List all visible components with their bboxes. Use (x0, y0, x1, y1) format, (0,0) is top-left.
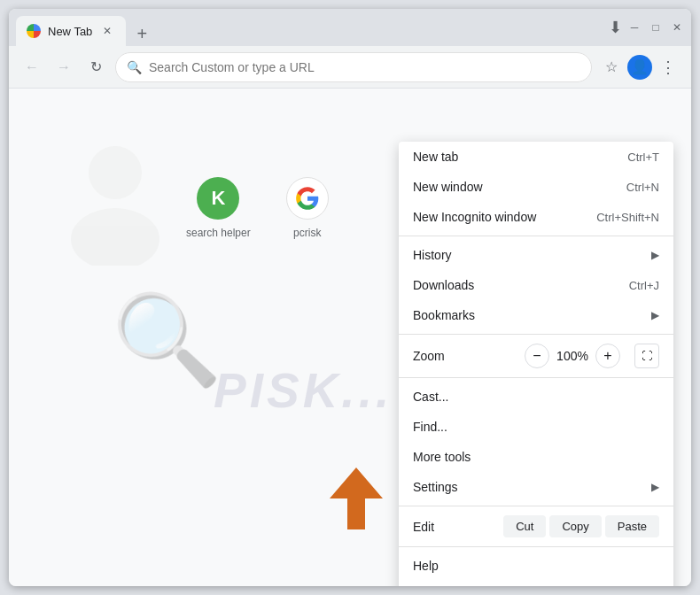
search-icon: 🔍 (127, 60, 142, 74)
new-tab-button[interactable]: + (129, 21, 154, 46)
back-button[interactable]: ← (19, 55, 44, 80)
edit-row: Edit Cut Copy Paste (399, 510, 673, 543)
menu-shortcut-new-tab: Ctrl+T (627, 151, 659, 164)
zoom-plus-button[interactable]: + (595, 344, 620, 368)
menu-item-cast[interactable]: Find... (399, 412, 673, 442)
menu-label-downloads: Downloads (413, 278, 474, 292)
menu-item-more-tools[interactable]: Settings ▶ (399, 472, 673, 502)
minimize-button[interactable]: ─ (627, 20, 642, 35)
zoom-controls: − 100% + (525, 344, 620, 368)
menu-label-new-window: New window (413, 180, 483, 194)
browser-window: New Tab ✕ + ⬇ ─ □ ✕ ← → ↻ 🔍 ☆ 👤 ⋮ (9, 9, 691, 586)
shortcut-icon-google (286, 177, 329, 220)
menu-item-new-tab[interactable]: New tab Ctrl+T (399, 142, 673, 172)
profile-avatar: 👤 (631, 58, 649, 75)
window-controls: ─ □ ✕ (627, 20, 684, 35)
menu-item-help[interactable]: Exit ▶ (399, 581, 673, 586)
shortcut-icon-k: K (197, 177, 239, 220)
magnifier-watermark: 🔍 (112, 288, 222, 392)
edit-label: Edit (413, 520, 500, 534)
shortcut-search-helper[interactable]: K search helper (186, 177, 251, 239)
menu-item-bookmarks[interactable]: Bookmarks ▶ (399, 300, 673, 330)
menu-label-more-tools: Settings (413, 480, 458, 494)
separator-3 (399, 377, 673, 378)
separator-2 (399, 334, 673, 335)
address-input[interactable] (149, 60, 580, 74)
menu-shortcut-new-window: Ctrl+N (626, 181, 659, 194)
tab-favicon (27, 24, 41, 38)
zoom-minus-button[interactable]: − (525, 344, 549, 368)
context-menu: New tab Ctrl+T New window Ctrl+N New Inc… (399, 142, 673, 586)
shortcuts-container: K search helper pcrisk (186, 177, 329, 239)
svg-point-1 (71, 208, 159, 266)
copy-button[interactable]: Copy (549, 515, 601, 537)
svg-point-0 (89, 146, 142, 199)
menu-label-settings: Help (413, 559, 439, 573)
separator-1 (399, 236, 673, 236)
menu-item-find[interactable]: More tools (399, 442, 673, 472)
tab-close-button[interactable]: ✕ (99, 23, 115, 39)
menu-label-find: More tools (413, 450, 471, 464)
maximize-button[interactable]: □ (649, 20, 663, 35)
close-button[interactable]: ✕ (670, 20, 684, 35)
menu-label-cast: Find... (413, 420, 447, 434)
chrome-menu-button[interactable]: ⋮ (656, 55, 681, 80)
address-bar[interactable]: 🔍 (115, 52, 592, 82)
active-tab[interactable]: New Tab ✕ (16, 16, 126, 46)
menu-item-settings[interactable]: Help (399, 551, 673, 581)
menu-label-bookmarks: Bookmarks (413, 308, 475, 322)
menu-label-history: History (413, 248, 452, 262)
zoom-fullscreen-button[interactable]: ⛶ (634, 344, 659, 368)
content-area: 🔍 PISK... K search helper pcri (9, 89, 691, 586)
toolbar-right: ☆ 👤 ⋮ (599, 55, 681, 80)
menu-item-history[interactable]: History ▶ (399, 240, 673, 270)
download-icon[interactable]: ⬇ (603, 15, 627, 40)
cut-button[interactable]: Cut (503, 515, 546, 537)
arrow-svg (321, 454, 401, 534)
menu-item-new-incognito[interactable]: New Incognito window Ctrl+Shift+N (399, 202, 673, 232)
menu-item-downloads[interactable]: Downloads Ctrl+J (399, 270, 673, 300)
zoom-row: Zoom − 100% + ⛶ (399, 338, 673, 374)
paste-button[interactable]: Paste (605, 515, 659, 537)
toolbar: ← → ↻ 🔍 ☆ 👤 ⋮ (9, 46, 691, 89)
menu-item-new-window[interactable]: New window Ctrl+N (399, 172, 673, 202)
menu-shortcut-new-incognito: Ctrl+Shift+N (596, 211, 659, 224)
shortcut-label-search-helper: search helper (186, 227, 251, 239)
tab-title: New Tab (48, 25, 92, 38)
menu-shortcut-downloads: Ctrl+J (629, 279, 659, 292)
zoom-label: Zoom (413, 349, 517, 363)
bookmark-icon[interactable]: ☆ (599, 55, 624, 80)
menu-label-new-tab: New tab (413, 150, 458, 164)
zoom-value: 100% (555, 349, 590, 363)
shortcut-label-pcrisk: pcrisk (293, 227, 321, 239)
svg-marker-2 (330, 468, 383, 529)
profile-button[interactable]: 👤 (627, 55, 652, 80)
silhouette-watermark (62, 142, 168, 266)
separator-5 (399, 546, 673, 547)
menu-item-print[interactable]: Cast... (399, 382, 673, 412)
menu-label-new-incognito: New Incognito window (413, 210, 536, 224)
pcrisk-watermark: PISK... (214, 362, 393, 419)
reload-button[interactable]: ↻ (83, 55, 108, 80)
menu-label-print: Cast... (413, 390, 448, 404)
forward-button[interactable]: → (51, 55, 76, 80)
title-bar: New Tab ✕ + ⬇ ─ □ ✕ (9, 9, 691, 46)
bookmarks-arrow-icon: ▶ (651, 309, 659, 321)
separator-4 (399, 506, 673, 506)
arrow-annotation (321, 454, 401, 537)
tab-strip: New Tab ✕ + (16, 9, 603, 46)
history-arrow-icon: ▶ (651, 249, 659, 261)
more-tools-arrow-icon: ▶ (651, 481, 659, 493)
shortcut-pcrisk[interactable]: pcrisk (286, 177, 329, 239)
